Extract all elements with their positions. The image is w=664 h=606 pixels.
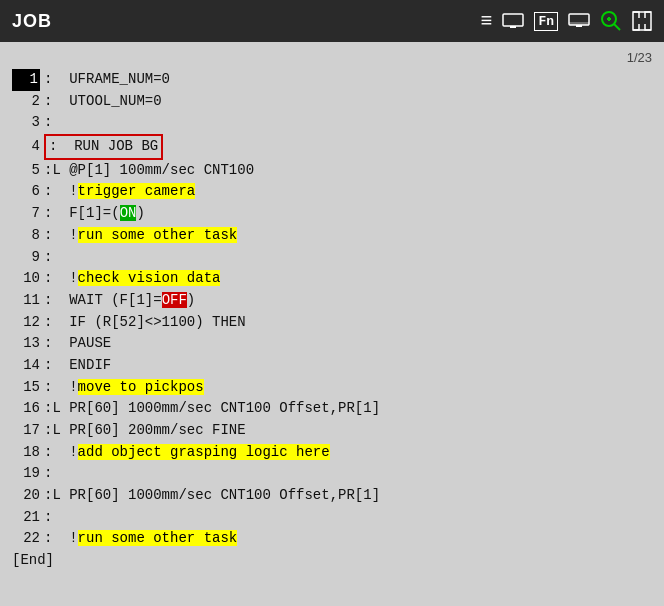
table-row: 13 : PAUSE <box>12 333 652 355</box>
line-number: 6 <box>12 181 40 203</box>
table-row: 1 : UFRAME_NUM=0 <box>12 69 652 91</box>
title: JOB <box>12 11 52 32</box>
screen-icon[interactable] <box>502 13 524 29</box>
line-number: 9 <box>12 247 40 269</box>
table-row: 11 : WAIT (F[1]=OFF) <box>12 290 652 312</box>
table-row: 7 : F[1]=(ON) <box>12 203 652 225</box>
svg-rect-4 <box>576 25 582 27</box>
line-number: 12 <box>12 312 40 334</box>
line-number: 11 <box>12 290 40 312</box>
line-number: 20 <box>12 485 40 507</box>
line-content: :L @P[1] 100mm/sec CNT100 <box>44 160 254 182</box>
line-content: : PAUSE <box>44 333 111 355</box>
line-number: 10 <box>12 268 40 290</box>
page-number: 1/23 <box>12 50 652 65</box>
table-row: 17 :L PR[60] 200mm/sec FINE <box>12 420 652 442</box>
zoom-in-icon[interactable] <box>600 10 622 32</box>
line-number: 15 <box>12 377 40 399</box>
table-row: 20 :L PR[60] 1000mm/sec CNT100 Offset,PR… <box>12 485 652 507</box>
line-number: 7 <box>12 203 40 225</box>
line-content: : <box>44 247 52 269</box>
svg-line-8 <box>614 24 620 30</box>
line-number: 19 <box>12 463 40 485</box>
table-row: 14 : ENDIF <box>12 355 652 377</box>
line-content: : !add object grasping logic here <box>44 442 330 464</box>
table-row: 3 : <box>12 112 652 134</box>
line-number: 18 <box>12 442 40 464</box>
line-content: :L PR[60] 200mm/sec FINE <box>44 420 246 442</box>
line-number: 4 <box>12 136 40 158</box>
toolbar-icons <box>480 10 652 33</box>
table-row: 9 : <box>12 247 652 269</box>
line-content: : <box>44 463 52 485</box>
line-number: 16 <box>12 398 40 420</box>
table-row: 21 : <box>12 507 652 529</box>
table-row: 22 : !run some other task <box>12 528 652 550</box>
table-row: 16 :L PR[60] 1000mm/sec CNT100 Offset,PR… <box>12 398 652 420</box>
end-line: [End] <box>12 550 652 572</box>
line-content: : WAIT (F[1]=OFF) <box>44 290 195 312</box>
table-row: 19 : <box>12 463 652 485</box>
line-content: : IF (R[52]<>1100) THEN <box>44 312 246 334</box>
line-number: 1 <box>12 69 40 91</box>
line-number: 21 <box>12 507 40 529</box>
content-area: 1/23 1 : UFRAME_NUM=0 2 : UTOOL_NUM=0 3 … <box>0 42 664 606</box>
table-row: 4 : RUN JOB BG <box>12 134 652 160</box>
line-number: 2 <box>12 91 40 113</box>
table-row: 5 :L @P[1] 100mm/sec CNT100 <box>12 160 652 182</box>
end-tag: [End] <box>12 550 54 572</box>
table-row: 10 : !check vision data <box>12 268 652 290</box>
monitor-icon[interactable] <box>568 13 590 29</box>
line-content: : RUN JOB BG <box>44 134 163 160</box>
svg-rect-9 <box>633 12 651 30</box>
svg-rect-0 <box>503 14 523 26</box>
line-content: : UTOOL_NUM=0 <box>44 91 162 113</box>
line-content: : F[1]=(ON) <box>44 203 145 225</box>
line-content: : !run some other task <box>44 528 237 550</box>
titlebar: JOB <box>0 0 664 42</box>
table-row: 15 : !move to pickpos <box>12 377 652 399</box>
line-content: : !move to pickpos <box>44 377 204 399</box>
line-number: 14 <box>12 355 40 377</box>
code-block: 1 : UFRAME_NUM=0 2 : UTOOL_NUM=0 3 : 4 :… <box>12 69 652 572</box>
expand-icon[interactable] <box>632 11 652 31</box>
menu-icon[interactable] <box>480 10 492 33</box>
line-content: : <box>44 507 52 529</box>
window: JOB <box>0 0 664 606</box>
line-content: : !run some other task <box>44 225 237 247</box>
line-number: 8 <box>12 225 40 247</box>
fn-icon[interactable] <box>534 12 558 30</box>
line-content: : !check vision data <box>44 268 220 290</box>
line-number: 5 <box>12 160 40 182</box>
table-row: 8 : !run some other task <box>12 225 652 247</box>
svg-rect-3 <box>569 22 589 25</box>
line-content: :L PR[60] 1000mm/sec CNT100 Offset,PR[1] <box>44 485 380 507</box>
table-row: 2 : UTOOL_NUM=0 <box>12 91 652 113</box>
line-content: : <box>44 112 52 134</box>
line-number: 13 <box>12 333 40 355</box>
table-row: 18 : !add object grasping logic here <box>12 442 652 464</box>
svg-rect-1 <box>510 26 516 28</box>
line-number: 22 <box>12 528 40 550</box>
line-content: : !trigger camera <box>44 181 195 203</box>
line-content: : UFRAME_NUM=0 <box>44 69 170 91</box>
line-number: 3 <box>12 112 40 134</box>
line-number: 17 <box>12 420 40 442</box>
table-row: 6 : !trigger camera <box>12 181 652 203</box>
table-row: 12 : IF (R[52]<>1100) THEN <box>12 312 652 334</box>
line-content: : ENDIF <box>44 355 111 377</box>
line-content: :L PR[60] 1000mm/sec CNT100 Offset,PR[1] <box>44 398 380 420</box>
